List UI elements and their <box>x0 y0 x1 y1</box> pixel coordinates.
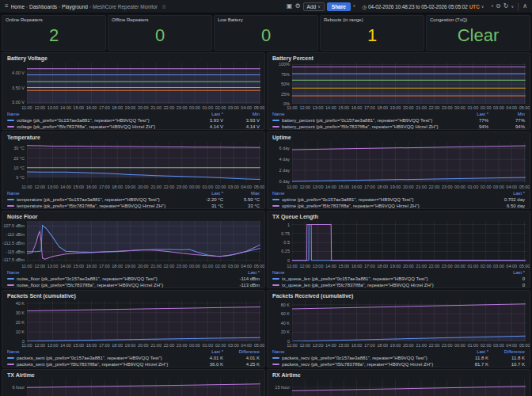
legend-header-name[interactable]: Name <box>272 112 452 116</box>
chart-plot-area[interactable] <box>292 142 526 183</box>
legend-series-name[interactable]: temperature {pk_prefix="f5fc7837ff8a", r… <box>17 204 187 208</box>
panel-title[interactable]: Noise Floor <box>2 211 264 219</box>
legend-series-name[interactable]: voltage {pk_prefix="f5fc7837ff8a", repea… <box>17 124 187 129</box>
star-icon[interactable]: ☆ <box>162 4 166 10</box>
panel-title[interactable]: Battery Percent <box>268 53 530 61</box>
panel-title[interactable]: TX Airtime <box>2 370 264 378</box>
legend-header-last[interactable]: Last * <box>187 112 223 116</box>
legend-header-min[interactable]: Min <box>223 112 260 116</box>
settings-gear-icon[interactable]: ⚙ <box>294 3 300 10</box>
menu-icon[interactable]: ≡ <box>5 3 9 10</box>
panel-grid: Battery Voltage4.00 V3.50 V3.00 V11:0012… <box>2 52 530 396</box>
legend-header-name[interactable]: Name <box>7 349 187 354</box>
legend-series-name[interactable]: packets_recv {pk_prefix="0c157ae3a881", … <box>282 356 452 360</box>
legend-header-name[interactable]: Name <box>7 112 187 116</box>
x-axis-label: 23:00 <box>177 185 188 189</box>
chart-plot-area[interactable] <box>27 300 261 341</box>
y-axis-label: 50% <box>281 82 290 86</box>
y-axis: 6 day4 day2 day0 day <box>271 142 292 183</box>
time-shift-forward-icon[interactable]: › <box>491 3 493 10</box>
y-axis-label: 0 °C <box>16 175 25 180</box>
legend-header-difference[interactable]: Difference <box>488 349 525 354</box>
breadcrumb-item-playground[interactable]: Playground <box>62 4 88 10</box>
legend-series-name[interactable]: packets_sent {pk_prefix="f5fc7837ff8a", … <box>17 362 187 367</box>
legend-header-last[interactable]: Last * <box>488 270 525 275</box>
breadcrumb-item-dashboards[interactable]: Dashboards <box>29 4 57 10</box>
y-axis-label: -115 dBm <box>6 249 25 254</box>
kiosk-mode-icon[interactable]: ▣ <box>287 3 293 10</box>
chart-plot-area[interactable] <box>27 63 261 104</box>
chart-plot-area[interactable] <box>27 142 261 183</box>
legend-series-name[interactable]: packets_sent {pk_prefix="0c157ae3a881", … <box>17 356 187 360</box>
x-axis-label: 00:00 <box>189 105 200 110</box>
zoom-out-icon[interactable]: ⊖ <box>496 3 501 10</box>
legend-series-name[interactable]: battery_percent {pk_prefix="f5fc7837ff8a… <box>282 124 452 129</box>
chart-plot-area[interactable] <box>292 221 526 262</box>
legend-series-name[interactable]: noise_floor {pk_prefix="f5fc7837ff8a", r… <box>17 283 223 287</box>
collapse-toolbar-icon[interactable]: ∧ <box>522 3 527 10</box>
legend-header-last[interactable]: Last * <box>488 191 525 196</box>
x-axis-label: 22:00 <box>164 105 175 110</box>
chart-area: 100%75%50%25%0% <box>271 63 526 104</box>
legend-header-last[interactable]: Last * <box>452 112 488 116</box>
time-range-picker[interactable]: ◷ 04-02-2026 10:48:23 to 05-02-2026 05:0… <box>358 3 489 10</box>
legend-series-name[interactable]: battery_percent {pk_prefix="0c157ae3a881… <box>282 118 452 123</box>
legend-header-difference[interactable]: Difference <box>223 349 260 354</box>
chart-plot-area[interactable] <box>292 63 526 104</box>
legend-header-row: NameLast *Difference <box>272 348 525 355</box>
breadcrumb-item-meshcore-repeater-monitor[interactable]: MeshCore Repeater Monitor <box>93 4 158 10</box>
x-axis-label: 18:00 <box>377 343 388 348</box>
panel-title[interactable]: Uptime <box>268 132 530 140</box>
x-axis-label: 02:00 <box>215 264 226 268</box>
legend-series-name[interactable]: voltage {pk_prefix="0c157ae3a881", repea… <box>17 118 187 123</box>
breadcrumb-item-home[interactable]: Home <box>11 4 25 10</box>
legend-series-name[interactable]: uptime {pk_prefix="f5fc7837ff8a", repeat… <box>282 204 488 208</box>
legend-series-name[interactable]: packets_recv {pk_prefix="f5fc7837ff8a", … <box>282 362 452 367</box>
legend-header-name[interactable]: Name <box>7 191 187 196</box>
x-axis: 11:0012:0013:0014:0015:0016:0017:0018:00… <box>292 105 526 111</box>
legend-series-name[interactable]: tx_queue_len {pk_prefix="f5fc7837ff8a", … <box>282 283 488 287</box>
legend-header-name[interactable]: Name <box>272 270 488 275</box>
chevron-down-icon: ∨ <box>481 4 484 9</box>
legend-series-name[interactable]: tx_queue_len {pk_prefix="0c157ae3a881", … <box>282 276 488 281</box>
legend-header-name[interactable]: Name <box>7 270 223 275</box>
legend-value: 77% <box>488 118 525 123</box>
y-axis-label: 15 hour <box>275 385 290 390</box>
chart-plot-area[interactable] <box>292 379 526 396</box>
chart-plot-area[interactable] <box>27 379 261 396</box>
legend-header-max[interactable]: Max <box>223 191 260 196</box>
panel-title[interactable]: Packets Received (cumulative) <box>268 291 530 299</box>
x-axis-label: 19:00 <box>390 185 401 189</box>
legend-series-name[interactable]: uptime {pk_prefix="0c157ae3a881", repeat… <box>282 197 488 202</box>
legend-header-name[interactable]: Name <box>272 191 488 196</box>
x-axis-label: 12:00 <box>299 185 310 189</box>
y-axis-label: 6 hour <box>12 385 25 390</box>
add-button[interactable]: Add ∨ <box>303 2 325 11</box>
legend-series-name[interactable]: temperature {pk_prefix="0c157ae3a881", r… <box>17 197 187 202</box>
share-button[interactable]: Share <box>327 2 351 11</box>
panel-title[interactable]: TX Queue Length <box>268 211 530 219</box>
x-axis: 11:0012:0013:0014:0015:0016:0017:0018:00… <box>27 263 261 269</box>
legend-series-name[interactable]: noise_floor {pk_prefix="0c157ae3a881", r… <box>17 276 223 281</box>
legend-header-last[interactable]: Last * <box>187 349 223 354</box>
legend-header-last[interactable]: Last * <box>452 349 488 354</box>
x-axis: 11:0012:0013:0014:0015:0016:0017:0018:00… <box>27 342 261 348</box>
y-axis-label: -107.5 dBm <box>2 223 25 228</box>
time-shift-back-icon[interactable]: ‹ <box>353 3 355 10</box>
x-axis-label: 12:00 <box>299 343 310 348</box>
refresh-icon[interactable]: ↻ <box>504 3 509 10</box>
chart-plot-area[interactable] <box>27 221 261 262</box>
panel-title[interactable]: RX Airtime <box>268 370 530 378</box>
refresh-interval-dropdown-icon[interactable]: ∨ <box>511 5 514 9</box>
panel-title[interactable]: Battery Voltage <box>2 53 264 61</box>
legend-header-row: NameLast * <box>272 269 525 276</box>
x-axis-label: 04:00 <box>506 105 517 110</box>
legend-header-name[interactable]: Name <box>272 349 452 354</box>
legend-value: 94% <box>452 124 488 129</box>
legend-header-min[interactable]: Min <box>488 112 525 116</box>
legend-header-last[interactable]: Last * <box>223 270 260 275</box>
panel-title[interactable]: Packets Sent (cumulative) <box>2 291 264 299</box>
panel-title[interactable]: Temperature <box>2 132 264 140</box>
legend-header-last[interactable]: Last * <box>187 191 223 196</box>
chart-plot-area[interactable] <box>292 300 526 341</box>
